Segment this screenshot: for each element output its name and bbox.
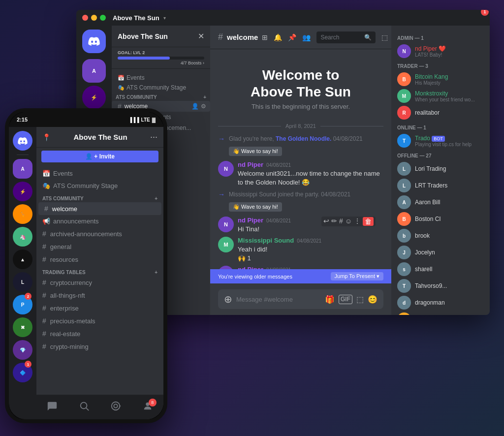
delete-icon[interactable]: 🗑: [363, 217, 374, 226]
phone-nav-messages[interactable]: [42, 401, 62, 414]
member-item[interactable]: A Aaron Bill: [395, 194, 486, 211]
member-item[interactable]: b brook: [395, 227, 486, 244]
phone-channel-archived[interactable]: # archived-announcements: [36, 227, 163, 240]
phone-channel-nft[interactable]: # all-things-nft: [36, 289, 163, 302]
member-item[interactable]: T Trado BOT Playing visit tip.cs for hel…: [395, 132, 486, 149]
react-icon[interactable]: ☺: [345, 217, 352, 226]
thread-icon[interactable]: #: [339, 217, 343, 226]
server-icon-ats[interactable]: A: [82, 59, 106, 83]
pin-icon[interactable]: 📌: [288, 33, 296, 41]
hash-icon: #: [42, 330, 46, 338]
boost-progress-fill: [118, 57, 170, 60]
phone-server-list: A ⚡ 🦒 🦄 ▲ L P2 ✖ 💎 🔷1: [9, 127, 36, 419]
phone-server-icon[interactable]: L: [13, 272, 32, 292]
hash-icon: #: [42, 317, 46, 325]
phone-nav-profile[interactable]: 8: [138, 401, 158, 414]
add-channel-icon[interactable]: +: [155, 196, 158, 201]
more-options-icon[interactable]: ···: [150, 132, 158, 142]
phone-channel-cryptocurrency[interactable]: # cryptocurrency: [36, 276, 163, 289]
hashtag-icon[interactable]: ⊞: [262, 33, 268, 41]
phone-channel-real-estate[interactable]: # real-estate: [36, 327, 163, 340]
search-bar[interactable]: Search 🔍: [316, 31, 376, 43]
phone-invite-button[interactable]: 👤 + Invite: [41, 151, 158, 162]
phone-channel-general[interactable]: # general: [36, 240, 163, 253]
member-item[interactable]: B Boston CI: [395, 211, 486, 227]
add-attachment-icon[interactable]: ⊕: [224, 293, 232, 305]
member-item[interactable]: J Jocelyn: [395, 244, 486, 261]
reply-icon[interactable]: ↩: [323, 217, 329, 226]
stage-icon: 🎭: [42, 182, 50, 189]
phone-channel-precious-metals[interactable]: # precious-metals: [36, 314, 163, 327]
phone-server-icon[interactable]: 🔷1: [13, 363, 32, 382]
server-icon-discord[interactable]: [82, 30, 106, 53]
channel-item-stage[interactable]: 🎭 ATS Community Stage: [112, 83, 210, 93]
svg-line-1: [86, 408, 89, 410]
hash-icon: #: [42, 230, 46, 238]
phone-nav-search[interactable]: [74, 401, 94, 414]
wave-button-2[interactable]: 👋 Wave to say hi!: [229, 202, 282, 212]
bell-icon[interactable]: 🔔: [274, 33, 282, 41]
member-item[interactable]: N nd Piper ❤️ LATS! Baby!: [395, 43, 486, 60]
gift-icon[interactable]: 🎁: [325, 295, 335, 304]
server-icon-lightning[interactable]: ⚡: [82, 86, 106, 109]
phone-status-icons: ▐▐▐ LTE ▓: [128, 117, 156, 123]
phone-channel-list: 📅 Events 🎭 ATS Community Stage ATS COMMU…: [36, 165, 163, 395]
avatar: B: [397, 212, 411, 226]
title-bar-server-name: Above The Sun: [113, 14, 159, 22]
minimize-button[interactable]: [91, 15, 97, 21]
add-channel-icon[interactable]: +: [203, 94, 206, 100]
edit-icon[interactable]: ✏: [331, 217, 337, 226]
close-button[interactable]: [82, 15, 88, 21]
phone-server-icon[interactable]: 💎: [13, 340, 32, 360]
message-content: Mississippi Sound 04/08/2021 Yeah i did!…: [238, 237, 383, 263]
jump-to-present-button[interactable]: Jump To Present ▾: [331, 272, 383, 280]
phone-channel-enterprise[interactable]: # enterprise: [36, 302, 163, 314]
member-item[interactable]: B Bitcoin Kang His Majesty: [395, 71, 486, 88]
phone-main: 📍 Above The Sun ··· 👤 + Invite 📅 Events: [36, 127, 163, 419]
phone-channel-welcome[interactable]: # welcome: [38, 202, 161, 215]
phone-channel-announcements[interactable]: 📢 announcements: [36, 215, 163, 227]
member-item[interactable]: M Monkstroxity When your best friend wo.…: [395, 88, 486, 104]
member-name: Tahvorso9...: [415, 282, 484, 289]
member-item[interactable]: L LRT Traders: [395, 177, 486, 194]
phone-server-icon[interactable]: ✖: [13, 317, 32, 337]
sticker-icon[interactable]: ⬚: [356, 295, 364, 304]
member-item[interactable]: L Lori Trading: [395, 160, 486, 177]
phone-channel-crypto-mining[interactable]: # crypto-mining: [36, 340, 163, 353]
phone-channel-resources[interactable]: # resources: [36, 253, 163, 266]
phone-server-icon[interactable]: 🦄: [13, 227, 32, 247]
phone-server-icon[interactable]: 🦒: [13, 204, 32, 224]
phone-category-community: ATS COMMUNITY +: [36, 192, 163, 202]
member-item[interactable]: R realitabor: [395, 104, 486, 121]
inbox-icon[interactable]: ⬚: [381, 33, 388, 41]
member-name: Monkstroxity: [415, 90, 484, 97]
emoji-icon[interactable]: 😊: [368, 295, 378, 304]
message-input[interactable]: Message #welcome: [236, 296, 321, 303]
phone-channel-stage[interactable]: 🎭 ATS Community Stage: [36, 180, 163, 192]
sidebar-header[interactable]: Above The Sun ✕: [112, 26, 210, 47]
member-item[interactable]: W Walter: [395, 311, 486, 315]
maximize-button[interactable]: [100, 15, 106, 21]
date-divider-apr8: April 8, 2021: [218, 123, 383, 129]
member-item[interactable]: T Tahvorso9...: [395, 278, 486, 294]
chat-input-area: ⊕ Message #welcome 🎁 GIF ⬚ 😊: [210, 283, 391, 315]
member-name: Aaron Bill: [415, 199, 484, 206]
phone-nav-mentions[interactable]: [106, 401, 126, 414]
member-item[interactable]: s sharell: [395, 261, 486, 278]
phone-server-ats[interactable]: A: [13, 159, 32, 179]
add-channel-icon[interactable]: +: [155, 270, 158, 275]
phone-server-icon[interactable]: ⚡: [13, 182, 32, 201]
older-messages-text: You're viewing older messages: [218, 274, 292, 280]
phone-server-icon[interactable]: ▲: [13, 249, 32, 269]
more-icon[interactable]: ⋮: [354, 217, 361, 226]
messages-area: Welcome to Above The Sun This is the beg…: [210, 49, 391, 269]
hash-icon: #: [42, 279, 46, 286]
gif-icon[interactable]: GIF: [339, 295, 352, 304]
wave-button-1[interactable]: 👋 Wave to say hi!: [229, 147, 282, 156]
channel-item-events[interactable]: 📅 Events: [112, 73, 210, 83]
member-item[interactable]: d dragonman: [395, 294, 486, 311]
phone-server-discord[interactable]: [13, 131, 32, 151]
members-icon[interactable]: 👥: [302, 33, 311, 41]
phone-server-icon[interactable]: P2: [13, 295, 32, 314]
phone-channel-events[interactable]: 📅 Events: [36, 167, 163, 180]
